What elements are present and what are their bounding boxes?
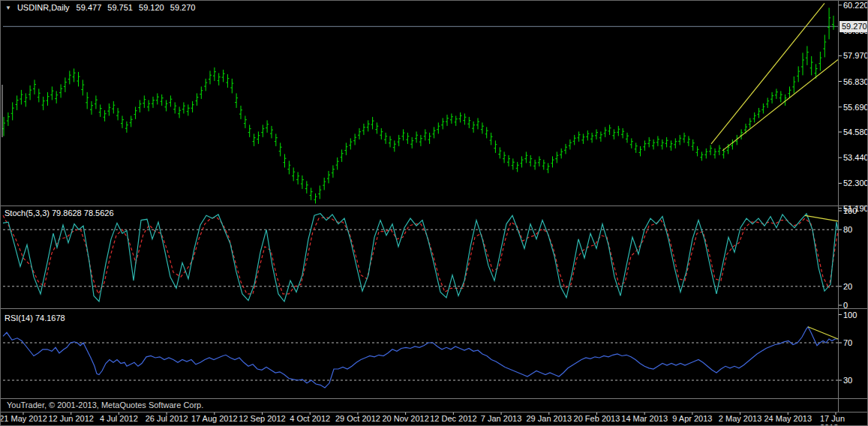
price-scale-label: 52.300 (843, 178, 868, 188)
date-axis-label: 14 Mar 2013 (621, 414, 668, 423)
price-scale-label: 57.970 (843, 51, 868, 60)
date-axis-label: 20 Nov 2012 (382, 414, 428, 423)
date-axis-label: 12 Jun 2012 (48, 414, 94, 423)
date-axis-label: 4 Oct 2012 (290, 414, 330, 423)
price-scale-label: 56.830 (843, 77, 868, 86)
stochastic-panel[interactable] (1, 206, 838, 308)
date-axis-label: 17 Jun 2013 (820, 414, 851, 426)
stoch-scale-label: 100 (843, 206, 857, 215)
quote-close: 59.270 (170, 3, 196, 12)
stochastic-indicator-label: Stoch(5,3,3) 79.8628 78.5626 (5, 208, 114, 218)
rsi-panel[interactable] (1, 309, 838, 398)
date-axis-label: 20 Feb 2013 (574, 414, 620, 423)
date-axis-label: 9 Apr 2013 (672, 414, 712, 423)
price-scale-label: 54.580 (843, 128, 868, 136)
quote-high: 59.751 (107, 3, 133, 12)
price-scale-label: 55.690 (843, 103, 868, 112)
date-axis-label: 26 Jul 2012 (146, 414, 188, 423)
stoch-scale-label: 0 (843, 301, 848, 310)
rsi-scale-label: 70 (843, 338, 852, 347)
mt4-chart-window: 59.080 ▼ USDINR,Daily 59.477 59.751 59.1… (0, 0, 868, 426)
price-scale-label: 53.440 (843, 153, 868, 162)
date-axis-label: 4 Jul 2012 (100, 414, 138, 423)
date-axis-label: 21 May 2012 (0, 414, 47, 423)
date-axis-label: 29 Jan 2013 (526, 414, 572, 423)
copyright-label: YouTrader, © 2001-2013, MetaQuotes Softw… (7, 400, 203, 410)
date-axis-label: 7 Jan 2013 (481, 414, 521, 423)
symbol-dropdown-icon[interactable]: ▼ (5, 4, 11, 11)
stoch-scale-label: 80 (843, 225, 852, 234)
current-bid-price-badge: 59.270 (839, 21, 868, 32)
chart-title-bar: ▼ USDINR,Daily 59.477 59.751 59.120 59.2… (5, 3, 195, 12)
main-price-panel[interactable] (1, 1, 838, 206)
date-axis-label: 12 Dec 2012 (430, 414, 476, 423)
date-axis-label: 29 Oct 2012 (335, 414, 380, 423)
date-axis-label: 17 Aug 2012 (191, 414, 238, 423)
quote-line: 59.477 59.751 59.120 59.270 (73, 3, 196, 12)
rsi-indicator-label: RSI(14) 74.1678 (5, 314, 65, 322)
price-scale-label: 60.220 (843, 1, 868, 10)
quote-low: 59.120 (139, 3, 164, 12)
rsi-scale-label: 100 (843, 310, 857, 320)
rsi-scale-label: 30 (843, 376, 852, 385)
quote-open: 59.477 (77, 3, 102, 12)
stoch-scale-label: 20 (843, 282, 852, 291)
date-axis-label: 2 May 2013 (719, 414, 761, 423)
symbol-period-label: USDINR,Daily (17, 3, 70, 12)
date-axis-label: 24 May 2013 (764, 414, 812, 423)
date-axis-label: 12 Sep 2012 (239, 414, 285, 423)
